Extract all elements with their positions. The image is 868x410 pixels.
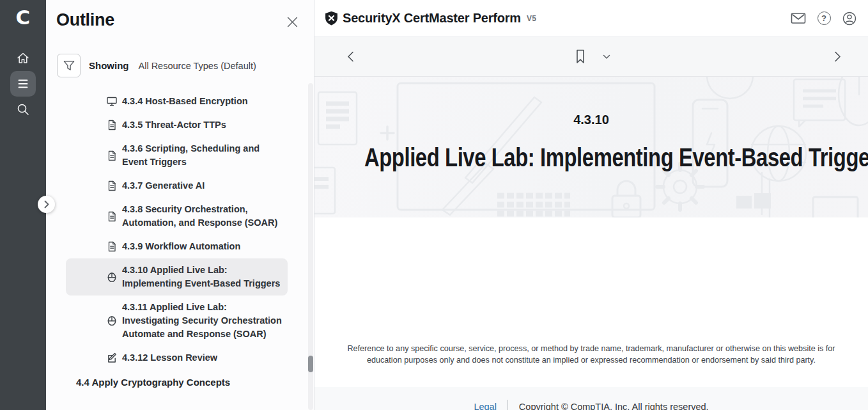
list-item-4-3-6[interactable]: 4.3.6 Scripting, Scheduling and Event Tr…: [66, 137, 288, 174]
edit-icon: [107, 352, 117, 363]
list-item-label: 4.3.5 Threat-Actor TTPs: [122, 118, 283, 132]
list-item-label: 4.3.12 Lesson Review: [122, 351, 283, 365]
search-icon: [16, 102, 30, 116]
list-item-4-3-9[interactable]: 4.3.9 Workflow Automation: [66, 235, 288, 258]
help-button[interactable]: ?: [816, 11, 832, 26]
list-item-4-3-5[interactable]: 4.3.5 Threat-Actor TTPs: [66, 113, 288, 137]
list-item-4-3-7[interactable]: 4.3.7 Generative AI: [66, 174, 288, 198]
list-item-label: 4.3.11 Applied Live Lab: Investigating S…: [122, 301, 283, 341]
filter-showing-label: Showing: [89, 60, 129, 71]
filter-button[interactable]: [57, 54, 81, 77]
close-outline-button[interactable]: [286, 16, 298, 28]
list-item-label: 4.3.8 Security Orchestration, Automation…: [122, 203, 283, 230]
document-icon: [107, 241, 117, 252]
product-version: v5: [527, 14, 536, 23]
search-button[interactable]: [10, 97, 36, 122]
outline-scrollbar-track[interactable]: [308, 83, 313, 410]
list-item-4-3-8[interactable]: 4.3.8 Security Orchestration, Automation…: [66, 198, 288, 235]
certmaster-shield-icon: [325, 11, 338, 26]
bookmark-dropdown-button[interactable]: [598, 49, 615, 65]
mouse-icon: [107, 315, 117, 326]
close-icon: [287, 17, 298, 28]
filter-selected-value: All Resource Types (Default): [139, 61, 256, 71]
document-icon: [107, 211, 117, 222]
outline-panel-title: Outline: [56, 10, 114, 30]
outline-scrollbar-thumb[interactable]: [308, 356, 313, 372]
footer-divider: [508, 400, 508, 410]
lesson-title: Applied Live Lab: Implementing Event-Bas…: [364, 143, 818, 171]
list-item-4-3-11[interactable]: 4.3.11 Applied Live Lab: Investigating S…: [66, 296, 288, 346]
outline-list: 4.3.4 Host-Based Encryption 4.3.5 Threat…: [46, 90, 314, 390]
outline-panel: Outline Showing All Resource Types (Defa…: [46, 0, 314, 410]
list-item-4-3-10-selected[interactable]: 4.3.10 Applied Live Lab: Implementing Ev…: [66, 258, 288, 296]
collapse-outline-button[interactable]: [38, 196, 55, 213]
document-icon: [107, 180, 117, 191]
previous-page-button[interactable]: [342, 49, 359, 65]
disclaimer-text: Reference to any specific course, servic…: [339, 343, 844, 366]
list-item-label: 4.3.4 Host-Based Encryption: [122, 95, 283, 108]
legal-link[interactable]: Legal: [474, 402, 496, 410]
app-header: SecurityX CertMaster Perform v5 ?: [314, 0, 868, 37]
copyright-text: Copyright © CompTIA, Inc. All rights res…: [519, 402, 709, 410]
lesson-banner: 4.3.10 Applied Live Lab: Implementing Ev…: [314, 77, 868, 217]
bookmark-icon: [575, 49, 585, 64]
filter-funnel-icon: [63, 59, 75, 72]
list-item-label: 4.3.7 Generative AI: [122, 179, 283, 193]
chevron-left-icon: [347, 51, 354, 62]
envelope-icon: [791, 12, 806, 24]
header-actions: ?: [791, 11, 857, 26]
home-icon: [16, 51, 30, 65]
lesson-number: 4.3.10: [314, 113, 868, 127]
mouse-icon: [107, 272, 117, 283]
chevron-right-icon: [834, 51, 841, 62]
home-button[interactable]: [10, 45, 36, 71]
monitor-icon: [107, 96, 117, 107]
account-button[interactable]: [842, 11, 857, 26]
main-content: SecurityX CertMaster Perform v5 ?: [314, 0, 868, 410]
product-title: SecurityX CertMaster Perform: [343, 11, 521, 26]
outline-section-4-4[interactable]: 4.4 Apply Cryptography Concepts: [76, 375, 288, 390]
help-icon: ?: [818, 12, 831, 25]
app-root: C: [0, 0, 868, 410]
next-page-button[interactable]: [829, 49, 846, 65]
bookmark-button[interactable]: [572, 49, 589, 65]
document-icon: [107, 150, 117, 161]
list-item-4-3-12[interactable]: 4.3.12 Lesson Review: [66, 346, 288, 370]
filter-row: Showing All Resource Types (Default): [57, 54, 256, 77]
messages-button[interactable]: [791, 11, 806, 26]
page-footer: Legal Copyright © CompTIA, Inc. All righ…: [314, 387, 868, 410]
lesson-paging-toolbar: [314, 37, 868, 77]
outline-toggle-button[interactable]: [10, 71, 36, 97]
outline-list-icon: [17, 78, 29, 90]
chevron-right-icon: [44, 200, 49, 209]
list-item-label: 4.3.6 Scripting, Scheduling and Event Tr…: [122, 142, 283, 169]
list-item-label: 4.3.10 Applied Live Lab: Implementing Ev…: [122, 264, 283, 290]
chevron-down-icon: [603, 54, 610, 59]
list-item-label: 4.3.9 Workflow Automation: [122, 240, 283, 253]
list-item-4-3-4[interactable]: 4.3.4 Host-Based Encryption: [66, 90, 288, 113]
comptia-logo: C: [16, 5, 31, 29]
document-icon: [107, 120, 117, 130]
lesson-body: Reference to any specific course, servic…: [314, 217, 868, 387]
account-icon: [842, 11, 857, 26]
